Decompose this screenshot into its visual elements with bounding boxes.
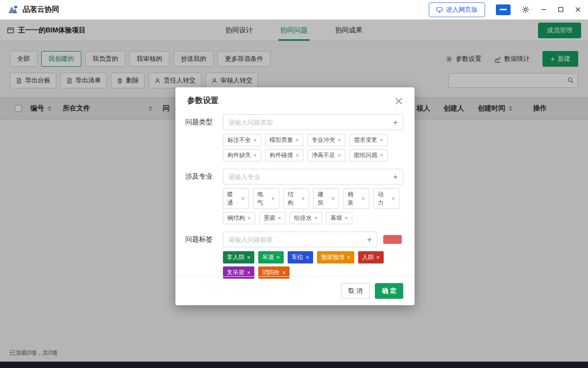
tag-label: 精装 [347, 190, 359, 207]
remove-tag-icon[interactable] [278, 215, 281, 221]
issue-tags-field: 问题标签 [185, 232, 403, 247]
tag-chip[interactable]: 精装 [343, 188, 369, 209]
maximize-button[interactable] [558, 6, 564, 13]
settings-gear-icon[interactable] [521, 5, 530, 14]
app-title: 品茗云协同 [23, 5, 59, 14]
majors-label: 涉及专业 [185, 172, 223, 181]
param-settings-modal: 参数设置 问题类型 标注不全 模型质量 专业冲突 需求变更 [175, 87, 415, 305]
tag-label: 人防 [362, 253, 374, 262]
tag-chip[interactable]: 图纸问题 [349, 149, 388, 161]
issue-tags-chips: 非人防 吊顶 车位 预留预埋 人防 支吊架 消防栓 [185, 251, 403, 279]
tag-chip[interactable]: 幕墙 [326, 212, 352, 224]
remove-tag-icon[interactable] [362, 196, 365, 202]
remove-tag-icon[interactable] [376, 255, 380, 261]
issue-tags-input[interactable] [228, 236, 367, 243]
tag-label: 净高不足 [312, 151, 335, 159]
remove-tag-icon[interactable] [295, 153, 299, 158]
enter-web-version-label: 进入网页版 [446, 5, 478, 14]
tag-chip[interactable]: 给排水 [290, 212, 322, 224]
tag-label: 模型质量 [270, 136, 293, 144]
assistant-button[interactable] [496, 4, 511, 15]
confirm-button[interactable]: 确 定 [375, 283, 403, 299]
majors-input[interactable] [228, 173, 393, 181]
remove-tag-icon[interactable] [247, 270, 250, 276]
tag-label: 动力 [378, 190, 389, 207]
titlebar-controls: 进入网页版 [429, 2, 581, 17]
remove-tag-icon[interactable] [380, 137, 383, 143]
tag-chip[interactable]: 结构 [283, 188, 309, 209]
titlebar: 品茗云协同 进入网页版 [0, 0, 588, 20]
remove-tag-icon[interactable] [271, 196, 275, 202]
tag-label: 构件碰撞 [270, 151, 293, 159]
color-tag-chip[interactable]: 人防 [358, 251, 384, 263]
tag-label: 消防栓 [262, 268, 280, 277]
remove-tag-icon[interactable] [247, 255, 250, 261]
tag-chip[interactable]: 净高不足 [307, 149, 345, 161]
remove-tag-icon[interactable] [331, 196, 335, 202]
color-tag-chip[interactable]: 预留预埋 [317, 251, 354, 263]
tag-chip[interactable]: 建筑 [313, 188, 339, 209]
remove-tag-icon[interactable] [338, 137, 341, 143]
remove-tag-icon[interactable] [301, 196, 305, 202]
enter-web-version-button[interactable]: 进入网页版 [429, 2, 485, 17]
remove-tag-icon[interactable] [338, 153, 341, 158]
remove-tag-icon[interactable] [314, 215, 318, 221]
tag-chip[interactable]: 景观 [259, 212, 286, 224]
add-issue-type-icon[interactable] [393, 118, 398, 127]
app-logo-icon [7, 4, 19, 16]
close-button[interactable] [575, 6, 581, 13]
remove-tag-icon[interactable] [392, 196, 395, 202]
minimize-button[interactable] [540, 6, 547, 13]
issue-type-label: 问题类型 [185, 118, 223, 127]
tag-chip[interactable]: 构件缺失 [223, 149, 261, 161]
remove-tag-icon[interactable] [306, 255, 309, 261]
remove-tag-icon[interactable] [276, 255, 280, 261]
app-window: 品茗云协同 进入网页版 [0, 0, 588, 368]
issue-type-input[interactable] [228, 119, 393, 126]
add-major-icon[interactable] [393, 173, 398, 181]
remove-tag-icon[interactable] [253, 137, 257, 143]
cancel-button[interactable]: 取 消 [341, 283, 370, 299]
color-tag-chip[interactable]: 吊顶 [258, 251, 284, 263]
remove-tag-icon[interactable] [241, 196, 245, 202]
modal-close-icon[interactable] [395, 97, 403, 105]
issue-tags-label: 问题标签 [185, 235, 223, 244]
tag-color-swatch[interactable] [383, 235, 402, 244]
tag-label: 钢结构 [227, 214, 245, 222]
tag-chip[interactable]: 构件碰撞 [265, 149, 303, 161]
modal-title: 参数设置 [187, 96, 219, 106]
assistant-icon [500, 9, 507, 10]
color-tag-chip[interactable]: 非人防 [223, 251, 254, 263]
tag-chip[interactable]: 电气 [253, 188, 279, 209]
remove-tag-icon[interactable] [253, 153, 257, 158]
issue-tags-input-wrap [223, 232, 377, 247]
tag-chip[interactable]: 暖通 [223, 188, 249, 209]
tag-label: 建筑 [318, 190, 329, 207]
majors-input-wrap [223, 169, 403, 184]
tag-chip[interactable]: 动力 [373, 188, 399, 209]
tag-label: 标注不全 [227, 136, 251, 144]
tag-chip[interactable]: 需求变更 [349, 134, 388, 146]
remove-tag-icon[interactable] [380, 153, 383, 158]
majors-field: 涉及专业 [185, 169, 403, 184]
tag-chip[interactable]: 模型质量 [265, 134, 303, 146]
tag-label: 构件缺失 [227, 151, 251, 159]
tag-label: 专业冲突 [312, 136, 335, 144]
remove-tag-icon[interactable] [344, 215, 348, 221]
majors-tags: 暖通 电气 结构 建筑 精装 动力 钢结构 景观 给排水 幕墙 [185, 188, 403, 224]
tag-chip[interactable]: 专业冲突 [307, 134, 345, 146]
tag-label: 图纸问题 [354, 151, 377, 159]
remove-tag-icon[interactable] [282, 270, 286, 276]
tag-chip[interactable]: 标注不全 [223, 134, 261, 146]
tag-label: 电气 [257, 190, 269, 207]
tag-label: 预留预埋 [321, 253, 344, 262]
remove-tag-icon[interactable] [347, 255, 350, 261]
remove-tag-icon[interactable] [295, 137, 299, 143]
remove-tag-icon[interactable] [247, 215, 251, 221]
add-issue-tag-icon[interactable] [367, 236, 372, 244]
tag-label: 车位 [292, 253, 303, 262]
color-tag-chip[interactable]: 车位 [288, 251, 313, 263]
tag-chip[interactable]: 钢结构 [223, 212, 255, 224]
tag-label: 吊顶 [262, 253, 274, 262]
tag-label: 非人防 [227, 253, 245, 262]
